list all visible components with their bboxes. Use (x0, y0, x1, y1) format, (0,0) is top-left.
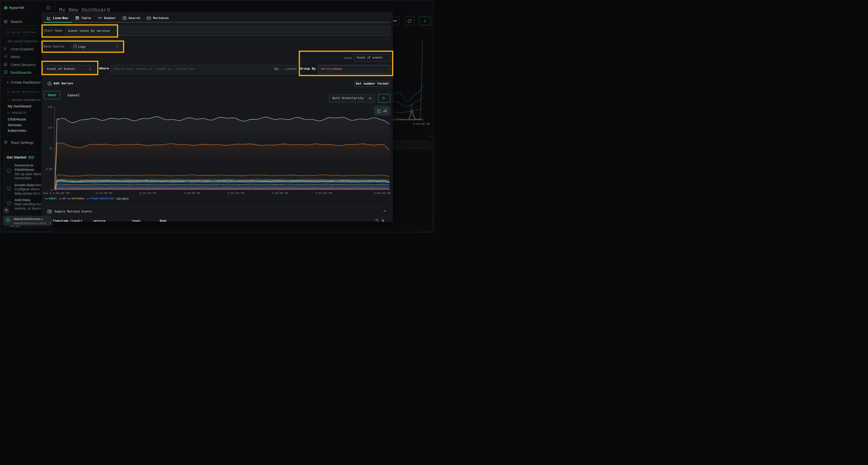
svg-text:4:04:00 PM: 4:04:00 PM (373, 192, 390, 195)
svg-text:3:13:00 PM: 3:13:00 PM (95, 192, 112, 195)
svg-text:0: 0 (51, 188, 52, 191)
svg-text:3:21:00 PM: 3:21:00 PM (140, 192, 156, 195)
svg-text:Aug 4 3:04:00 PM: Aug 4 3:04:00 PM (43, 192, 69, 195)
svg-text:14K: 14K (47, 105, 52, 108)
svg-text:3:45:00 PM: 3:45:00 PM (271, 192, 288, 195)
svg-text:3.5K: 3.5K (45, 167, 52, 171)
svg-text:3:29:00 PM: 3:29:00 PM (184, 192, 200, 195)
svg-text:3:37:00 PM: 3:37:00 PM (227, 192, 244, 195)
svg-text:11K: 11K (47, 126, 52, 129)
svg-text:3:53:00 PM: 3:53:00 PM (315, 192, 332, 195)
svg-text:7K: 7K (49, 147, 52, 150)
